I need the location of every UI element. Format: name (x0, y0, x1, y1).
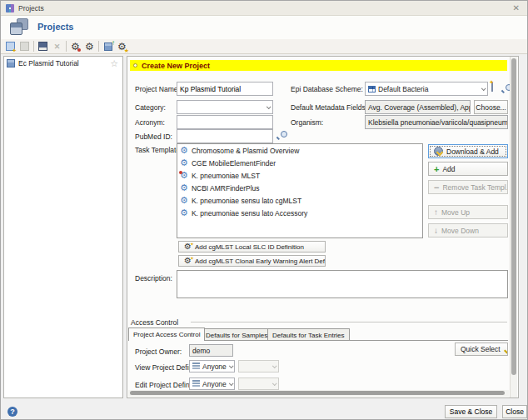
page-title: Projects (37, 22, 73, 32)
acronym-input[interactable] (177, 115, 273, 129)
category-label: Category: (135, 103, 166, 112)
task-template-icon: ⚙ (180, 208, 188, 218)
view-definition-combobox[interactable]: Anyone (189, 360, 235, 372)
project-icon (7, 59, 15, 68)
new-scheme-icon[interactable] (491, 82, 493, 92)
toolbar-separator (98, 41, 99, 52)
create-project-banner: Create New Project (130, 60, 507, 71)
app-icon (6, 4, 14, 12)
scrollbar-thumb[interactable] (511, 58, 516, 375)
project-owner-value: demo (189, 344, 233, 357)
duplicate-project-icon (17, 40, 32, 53)
task-template-icon: ⚙ (180, 146, 188, 155)
gear-alert-icon: ⚙ (184, 257, 192, 265)
scheme-table-icon (368, 86, 376, 92)
project-owner-label: Project Owner: (135, 348, 182, 356)
remove-task-template-button: − Remove Task Templ... (428, 180, 508, 194)
delete-project-icon: ✕ (50, 40, 64, 53)
people-icon (192, 380, 200, 388)
new-project-icon[interactable]: ✦ (3, 40, 17, 53)
favorite-star-icon[interactable]: ☆ (110, 59, 118, 68)
chevron-down-icon (481, 86, 486, 91)
task-template-item[interactable]: ⚙CGE MobileElementFinder (177, 157, 422, 169)
add-task-template-button[interactable]: + Add (428, 162, 508, 176)
default-metadata-value: Avg. Coverage (Assembled), Approximated … (365, 100, 471, 114)
projects-icon (10, 18, 28, 35)
organism-value: Klebsiella pneumoniae/variicola/quasipne… (365, 115, 508, 129)
banner-bullet-icon (133, 63, 137, 68)
task-template-item[interactable]: ⚙K. pneumoniae sensu lato cgMLST (177, 194, 422, 207)
chevron-down-icon (272, 381, 277, 386)
organism-label: Organism: (291, 118, 323, 127)
close-icon[interactable]: ✕ (513, 3, 520, 12)
manage-plugins-icon[interactable]: ⚙★ (115, 40, 129, 53)
modify-task-template-icon[interactable]: ⚙ (82, 40, 97, 53)
toolbar: ✦ ✕ ⚙ ⚙ ↑ ⚙★ (1, 39, 527, 54)
tab-project-access-control[interactable]: Project Access Control (128, 328, 205, 341)
chevron-down-icon (272, 363, 277, 368)
create-project-panel: Create New Project Project Name: Epi Dat… (127, 56, 519, 398)
task-template-item[interactable]: ⚙NCBI AMRFinderPlus (177, 182, 422, 194)
manage-task-templates-icon[interactable]: ⚙ (68, 40, 82, 53)
quick-select-button[interactable]: Quick Select (455, 342, 508, 356)
import-project-icon[interactable]: ↑ (101, 40, 115, 53)
choose-metadata-button[interactable]: Choose... (474, 100, 508, 114)
project-name-label: Project Name: (135, 85, 180, 93)
task-template-item[interactable]: ⚙K. pneumoniae sensu lato Accessory (177, 207, 422, 219)
edit-definition-secondary-combobox (238, 378, 279, 390)
access-control-title: Access Control (131, 318, 178, 327)
download-add-button[interactable]: Download & Add (428, 144, 508, 158)
task-template-label: K. pneumoniae sensu lato Accessory (192, 209, 307, 218)
task-template-label: K. pneumoniae MLST (192, 172, 260, 180)
group-divider (191, 322, 507, 322)
title-bar: Projects ✕ (1, 1, 527, 16)
task-template-label: K. pneumoniae sensu lato cgMLST (192, 197, 301, 205)
add-cgmlst-local-slc-button[interactable]: ⚙ Add cgMLST Local SLC ID Definition (178, 241, 326, 252)
epi-scheme-combobox[interactable]: Default Bacteria (365, 82, 488, 96)
task-template-item[interactable]: ⚙Chromosome & Plasmid Overview (177, 144, 422, 157)
horizontal-scrollbar[interactable] (128, 390, 509, 397)
category-combobox[interactable] (177, 100, 273, 114)
task-template-icon: ⚙ (180, 196, 188, 205)
arrow-up-icon: ↑ (434, 208, 438, 217)
tab-defaults-for-samples[interactable]: Defaults for Samples (201, 328, 272, 341)
task-template-label: Chromosome & Plasmid Overview (192, 147, 299, 155)
toolbar-separator (66, 41, 67, 52)
help-icon[interactable]: ? (7, 407, 17, 417)
epi-scheme-value: Default Bacteria (378, 85, 428, 93)
task-template-item[interactable]: ⚙K. pneumoniae MLST (177, 169, 422, 182)
pubmed-input[interactable] (177, 129, 273, 143)
add-cgmlst-clonal-alert-button[interactable]: ⚙ Add cgMLST Clonal Early Warning Alert … (178, 255, 326, 267)
edit-definition-combobox[interactable]: Anyone (189, 378, 235, 390)
save-close-button[interactable]: Save & Close (445, 405, 497, 418)
vertical-scrollbar[interactable] (510, 57, 517, 398)
task-template-label: NCBI AMRFinderPlus (192, 184, 260, 192)
move-up-button: ↑ Move Up (428, 205, 508, 219)
projects-dialog: Projects ✕ Projects ✦ ✕ ⚙ ⚙ ↑ ⚙★ Ec Plas… (0, 0, 528, 420)
download-icon (434, 147, 443, 156)
project-name-input[interactable] (177, 82, 273, 96)
project-list-item-label: Ec Plasmid Tutorial (18, 59, 110, 68)
project-list: Ec Plasmid Tutorial ☆ (3, 56, 123, 398)
chevron-down-icon (229, 363, 234, 368)
scrollbar-thumb[interactable] (130, 391, 505, 395)
task-template-icon: ⚙ (180, 158, 188, 168)
gear-sparkle-icon: ⚙ (184, 242, 192, 251)
people-icon (192, 362, 200, 370)
project-list-item[interactable]: Ec Plasmid Tutorial ☆ (4, 57, 122, 70)
task-template-mlst-icon: ⚙ (180, 171, 188, 180)
save-project-icon[interactable] (36, 40, 50, 53)
toolbar-separator (33, 41, 34, 52)
task-templates-list[interactable]: ⚙Chromosome & Plasmid Overview ⚙CGE Mobi… (177, 143, 423, 238)
description-textarea[interactable] (177, 270, 508, 298)
arrow-down-icon: ↓ (434, 227, 438, 235)
close-button[interactable]: Close (502, 405, 527, 418)
tab-defaults-for-task-entries[interactable]: Defaults for Task Entries (267, 328, 350, 341)
task-template-icon: ⚙ (180, 183, 188, 192)
description-label: Description: (135, 274, 172, 282)
task-template-label: CGE MobileElementFinder (192, 159, 276, 168)
move-down-button: ↓ Move Down (428, 223, 508, 238)
window-title: Projects (18, 4, 44, 12)
epi-scheme-label: Epi Database Scheme: (291, 85, 363, 93)
minus-icon: − (434, 183, 439, 192)
